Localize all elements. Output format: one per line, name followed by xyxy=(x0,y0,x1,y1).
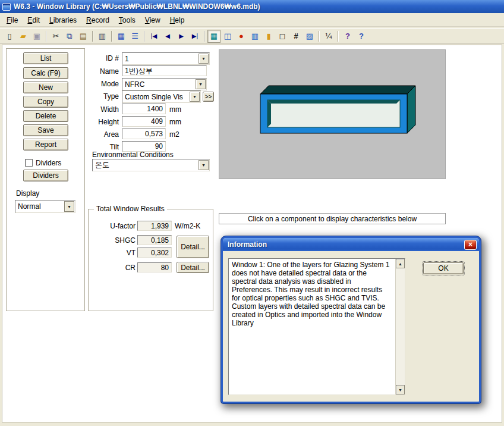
vt-label: VT xyxy=(90,249,136,257)
open-folder-icon[interactable]: ▰ xyxy=(17,30,30,43)
combo-arrow-icon[interactable]: ▼ xyxy=(199,54,209,64)
u-factor-label: U-factor xyxy=(90,222,136,230)
area-value: 0,573 xyxy=(145,130,163,138)
name-label: Name xyxy=(89,67,119,76)
help-icon[interactable]: ? xyxy=(341,30,354,43)
save-button[interactable]: Save xyxy=(23,124,68,136)
dialog-scrollbar[interactable]: ▲ ▼ xyxy=(395,259,405,394)
toolbar-separator xyxy=(204,31,205,42)
menu-file[interactable]: File xyxy=(2,15,23,26)
mode-value: NFRC xyxy=(125,80,195,89)
save-icon[interactable]: ▣ xyxy=(30,30,43,43)
toolbar-separator xyxy=(92,31,93,42)
vt-number: 0,302 xyxy=(151,249,169,257)
dividers-button[interactable]: Dividers xyxy=(23,170,68,181)
list-button[interactable]: List xyxy=(23,52,68,64)
dialog-close-icon[interactable]: × xyxy=(464,240,477,250)
type-more-button[interactable]: >> xyxy=(203,92,214,102)
menu-record[interactable]: Record xyxy=(81,15,114,26)
environmental-conditions-icon[interactable]: # xyxy=(289,30,303,43)
shgc-value: 0,185 xyxy=(137,235,172,245)
environmental-conditions-value: 온도 xyxy=(95,160,198,170)
combo-arrow-icon[interactable]: ▼ xyxy=(190,92,200,102)
window-library-icon[interactable]: ▦ xyxy=(207,30,220,43)
new-document-icon[interactable]: ▯ xyxy=(3,30,16,43)
height-input[interactable]: 409 xyxy=(122,116,166,127)
shgc-label: SHGC xyxy=(90,236,136,245)
vt-value: 0,302 xyxy=(137,248,172,258)
window-3d-drawing[interactable] xyxy=(219,50,445,178)
display-label: Display xyxy=(16,189,39,198)
paste-icon[interactable]: ▤ xyxy=(77,30,90,43)
toolbar-separator xyxy=(319,31,320,42)
cr-label: CR xyxy=(90,264,136,272)
cr-number: 80 xyxy=(161,264,169,272)
previous-record-icon[interactable]: ◀ xyxy=(161,30,174,43)
height-label: Height xyxy=(89,118,119,126)
window-preview-panel xyxy=(219,49,446,179)
scroll-up-icon[interactable]: ▲ xyxy=(396,259,405,268)
context-help-icon[interactable]: ? xyxy=(355,30,368,43)
toolbar-separator xyxy=(111,31,112,42)
scroll-down-icon[interactable]: ▼ xyxy=(396,385,405,394)
title-bar[interactable]: W6.3 - Window Library (C:₩Users₩Public₩L… xyxy=(0,0,504,13)
toolbar: ▯ ▰ ▣ ✂ ⧉ ▤ ▥ ▦ ☰ |◀ ◀ ▶ ▶| ▦ ◫ ● ▥ ▮ ◻ … xyxy=(0,28,504,44)
menu-edit[interactable]: Edit xyxy=(23,15,45,26)
cr-value: 80 xyxy=(137,262,172,272)
area-input[interactable]: 0,573 xyxy=(122,129,166,139)
divider-library-icon[interactable]: ◻ xyxy=(276,30,289,43)
new-button[interactable]: New xyxy=(23,82,68,93)
u-factor-value: 1,939 xyxy=(137,221,172,231)
dialog-message: Window 1: One of the layers for Glazing … xyxy=(232,261,392,393)
app-icon xyxy=(2,3,11,11)
menu-help[interactable]: Help xyxy=(165,15,190,26)
mode-combobox[interactable]: NFRC ▼ xyxy=(122,78,207,90)
detail-cr-button[interactable]: Detail... xyxy=(177,262,209,273)
combo-arrow-icon[interactable]: ▼ xyxy=(196,79,206,89)
menu-tools[interactable]: Tools xyxy=(114,15,140,26)
copy-button[interactable]: Copy xyxy=(23,96,68,108)
gas-library-icon[interactable]: ▥ xyxy=(248,30,262,43)
cut-icon[interactable]: ✂ xyxy=(49,30,62,43)
shading-library-icon[interactable]: ▨ xyxy=(303,30,316,43)
information-dialog: Information × Window 1: One of the layer… xyxy=(221,236,481,403)
menu-bar: File Edit Libraries Record Tools View He… xyxy=(0,14,504,27)
print-icon[interactable]: ▥ xyxy=(96,30,109,43)
detail-view-icon[interactable]: ☰ xyxy=(128,30,141,43)
first-record-icon[interactable]: |◀ xyxy=(147,30,160,43)
width-value: 1400 xyxy=(147,105,163,113)
combo-arrow-icon[interactable]: ▼ xyxy=(64,201,74,212)
u-factor-unit: W/m2-K xyxy=(175,222,200,230)
type-combobox[interactable]: Custom Single Vis ▼ xyxy=(122,90,201,103)
display-combobox[interactable]: Normal ▼ xyxy=(15,200,75,213)
last-record-icon[interactable]: ▶| xyxy=(188,30,201,43)
environmental-conditions-combobox[interactable]: 온도 ▼ xyxy=(92,159,210,171)
calc-button[interactable]: Calc (F9) xyxy=(23,67,68,79)
optical-fraction-icon[interactable]: ¼ xyxy=(322,30,335,43)
name-input[interactable]: 1번)상부 xyxy=(122,65,207,76)
combo-arrow-icon[interactable]: ▼ xyxy=(199,160,209,170)
detail-shgc-vt-button[interactable]: Detail... xyxy=(177,236,209,258)
menu-libraries[interactable]: Libraries xyxy=(45,15,81,26)
height-unit: mm xyxy=(169,118,181,126)
glass-library-icon[interactable]: ● xyxy=(235,30,248,43)
next-record-icon[interactable]: ▶ xyxy=(175,30,188,43)
glazing-system-library-icon[interactable]: ◫ xyxy=(221,30,234,43)
frame-library-icon[interactable]: ▮ xyxy=(262,30,275,43)
list-view-icon[interactable]: ▦ xyxy=(115,30,128,43)
ok-button[interactable]: OK xyxy=(423,262,464,274)
report-button[interactable]: Report xyxy=(23,139,68,151)
id-label: ID # xyxy=(89,54,119,62)
copy-icon[interactable]: ⧉ xyxy=(63,30,76,43)
menu-view[interactable]: View xyxy=(140,15,165,26)
width-input[interactable]: 1400 xyxy=(122,104,166,114)
toolbar-separator xyxy=(144,31,145,42)
delete-button[interactable]: Delete xyxy=(23,110,68,122)
environmental-conditions-label: Environmental Conditions xyxy=(92,151,174,159)
dividers-checkbox[interactable] xyxy=(25,159,33,167)
name-value: 1번)상부 xyxy=(125,66,153,76)
dialog-title: Information xyxy=(228,240,464,249)
id-combobox[interactable]: 1 ▼ xyxy=(122,52,210,65)
dialog-title-bar[interactable]: Information × xyxy=(223,238,479,251)
area-unit: m2 xyxy=(169,130,179,139)
